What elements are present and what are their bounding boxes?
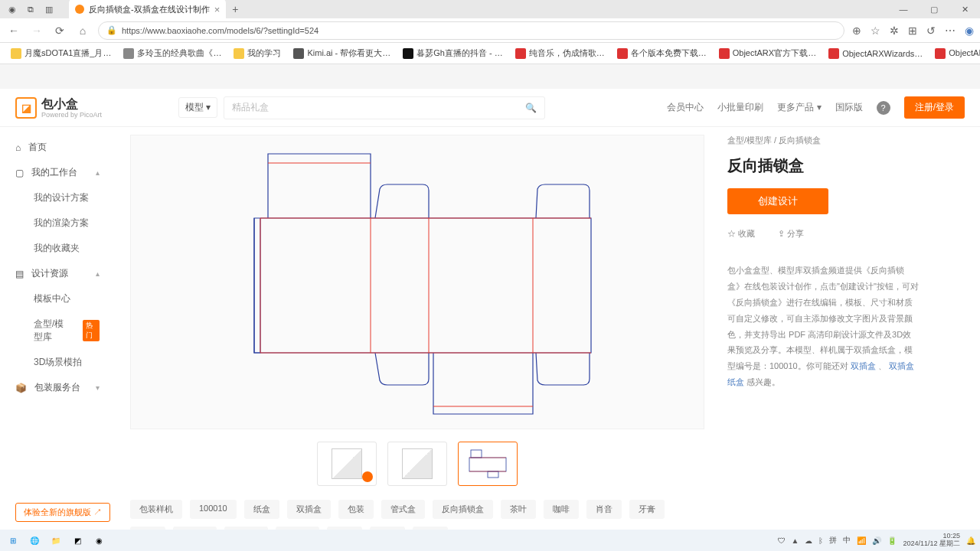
tray-icon[interactable]: 🛡: [778, 536, 786, 545]
bookmark-item[interactable]: ObjectARX开发版本…: [930, 46, 980, 60]
close-button[interactable]: ✕: [949, 0, 980, 18]
tag[interactable]: 咖啡: [544, 500, 579, 519]
help-icon[interactable]: ?: [877, 101, 890, 115]
tab-title: 反向插锁盒-双插盒在线设计制作: [89, 4, 210, 15]
sidebar-resources[interactable]: ▤设计资源▴: [0, 261, 115, 286]
tag[interactable]: 管式盒: [381, 500, 425, 519]
tray-wifi-icon[interactable]: 📶: [857, 536, 866, 545]
search-input[interactable]: 精品礼盒 🔍: [224, 96, 545, 119]
start-button[interactable]: ⊞: [5, 532, 21, 549]
taskbar-explorer[interactable]: 📁: [47, 532, 64, 549]
tray-volume-icon[interactable]: 🔊: [872, 536, 881, 545]
new-tab-button[interactable]: +: [226, 3, 244, 15]
share-action[interactable]: ⇪ 分享: [778, 228, 804, 240]
create-design-button[interactable]: 创建设计: [727, 188, 828, 214]
thumbnail-dieline[interactable]: [458, 442, 518, 486]
lock-icon: 🔒: [106, 25, 117, 35]
search-placeholder: 精品礼盒: [232, 101, 269, 114]
tag[interactable]: 100010: [190, 500, 237, 519]
tag[interactable]: 肖音: [586, 500, 622, 519]
tray-ime-icon[interactable]: 拼: [829, 535, 837, 546]
sidebar: ⌂首页 ▢我的工作台▴ 我的设计方案 我的渲染方案 我的收藏夹 ▤设计资源▴ 模…: [0, 127, 115, 530]
tag[interactable]: 包装: [338, 500, 374, 519]
browser-tab[interactable]: 反向插锁盒-双插盒在线设计制作 ×: [69, 0, 226, 20]
sidebar-my-favorites[interactable]: 我的收藏夹: [0, 236, 115, 261]
sidebar-workspace[interactable]: ▢我的工作台▴: [0, 160, 115, 185]
breadcrumb-link[interactable]: 盒型/模型库: [727, 135, 772, 145]
tag[interactable]: 牙膏: [629, 500, 665, 519]
favorite-icon[interactable]: ☆: [871, 24, 880, 37]
translate-icon[interactable]: ⊕: [852, 24, 861, 37]
workspaces-icon[interactable]: ⧉: [25, 4, 36, 15]
login-button[interactable]: 注册/登录: [904, 96, 965, 119]
forward-button: →: [29, 24, 44, 37]
collections-icon[interactable]: ⊞: [908, 24, 917, 37]
logo-icon: ◪: [15, 97, 37, 119]
favicon-icon: [75, 5, 84, 14]
home-button[interactable]: ⌂: [75, 24, 90, 37]
bookmark-item[interactable]: Kimi.ai - 帮你看更大…: [289, 46, 395, 60]
product-title: 反向插锁盒: [727, 155, 919, 176]
tabs-icon[interactable]: ▥: [44, 4, 54, 15]
tag[interactable]: 双插盒: [287, 500, 331, 519]
min-button[interactable]: —: [888, 0, 919, 18]
clock[interactable]: 10:25 2024/11/12 星期二: [903, 533, 960, 548]
sidebar-model-lib[interactable]: 盒型/模型库热门: [0, 311, 115, 350]
bookmark-item[interactable]: 多玲玉的经典歌曲《…: [119, 46, 226, 60]
sidebar-my-renders[interactable]: 我的渲染方案: [0, 210, 115, 236]
tray-ime2-icon[interactable]: 中: [843, 535, 851, 546]
model-selector[interactable]: 模型 ▾: [178, 97, 217, 118]
bookmark-item[interactable]: 月魔sDOTA1直播_月…: [6, 46, 116, 60]
copilot-icon[interactable]: ◉: [965, 24, 974, 37]
tray-bluetooth-icon[interactable]: ᛒ: [818, 536, 823, 545]
3d-badge-icon: [362, 471, 373, 482]
product-description: 包小盒盒型、模型库双插盒频道提供《反向插锁盒》在线包装设计创作，点击"创建设计"…: [727, 262, 919, 390]
notifications-icon[interactable]: 🔔: [966, 536, 975, 545]
tag[interactable]: 茶叶: [501, 500, 536, 519]
tag[interactable]: 反向插锁盒: [433, 500, 493, 519]
back-button[interactable]: ←: [6, 24, 21, 37]
thumbnail-3d-1[interactable]: [317, 442, 377, 486]
brand-sub: Powered by PicoArt: [41, 111, 102, 119]
bookmarks-bar: 月魔sDOTA1直播_月… 多玲玉的经典歌曲《… 我的学习 Kimi.ai - …: [0, 43, 980, 64]
thumbnail-3d-2[interactable]: [387, 442, 447, 486]
search-icon[interactable]: 🔍: [525, 103, 537, 113]
dieline-preview: [130, 135, 704, 429]
nav-print[interactable]: 小批量印刷: [717, 101, 763, 114]
taskbar-app1[interactable]: ◩: [69, 532, 86, 549]
nav-member[interactable]: 会员中心: [667, 101, 704, 114]
bookmark-item[interactable]: ObjectARXWizards…: [824, 47, 927, 60]
address-bar[interactable]: 🔒 https://www.baoxiaohe.com/models/6/?se…: [98, 21, 844, 40]
sidebar-service[interactable]: 📦包装服务台▾: [0, 375, 115, 400]
sidebar-templates[interactable]: 模板中心: [0, 286, 115, 311]
upgrade-button[interactable]: 体验全新的旗舰版 ↗: [15, 503, 110, 522]
history-icon[interactable]: ↺: [926, 24, 936, 37]
taskbar-edge[interactable]: 🌐: [26, 532, 43, 549]
sidebar-3d-scene[interactable]: 3D场景模拍: [0, 350, 115, 375]
profile-icon[interactable]: ◉: [7, 4, 18, 15]
taskbar-app2[interactable]: ◉: [90, 532, 107, 549]
bookmark-item[interactable]: 各个版本免费下载…: [612, 46, 711, 60]
nav-intl[interactable]: 国际版: [835, 101, 863, 114]
bookmark-item[interactable]: 纯音乐，伪成情歌…: [511, 46, 609, 60]
tab-close-icon[interactable]: ×: [214, 4, 220, 15]
tray-icon[interactable]: ☁: [805, 536, 812, 545]
bookmark-item[interactable]: 我的学习: [229, 46, 286, 60]
sidebar-home[interactable]: ⌂首页: [0, 135, 115, 160]
bookmark-item[interactable]: 暮瑟Gh直播的抖音 - …: [398, 46, 507, 60]
link-double-tuck[interactable]: 双插盒: [851, 361, 876, 370]
tag[interactable]: 包装样机: [130, 500, 182, 519]
tag[interactable]: 纸盒: [244, 500, 279, 519]
extensions-icon[interactable]: ✲: [890, 24, 899, 37]
max-button[interactable]: ▢: [919, 0, 949, 18]
logo[interactable]: ◪ 包小盒 Powered by PicoArt: [15, 96, 102, 119]
menu-icon[interactable]: ⋯: [945, 24, 956, 37]
nav-more[interactable]: 更多产品 ▾: [777, 101, 821, 114]
sidebar-my-designs[interactable]: 我的设计方案: [0, 185, 115, 210]
svg-rect-10: [488, 471, 498, 478]
tray-icon[interactable]: ▲: [792, 536, 799, 545]
bookmark-item[interactable]: ObjectARX官方下载…: [714, 46, 821, 60]
favorite-action[interactable]: ☆ 收藏: [727, 228, 755, 240]
refresh-button[interactable]: ⟳: [52, 24, 67, 37]
tray-battery-icon[interactable]: 🔋: [887, 536, 897, 545]
